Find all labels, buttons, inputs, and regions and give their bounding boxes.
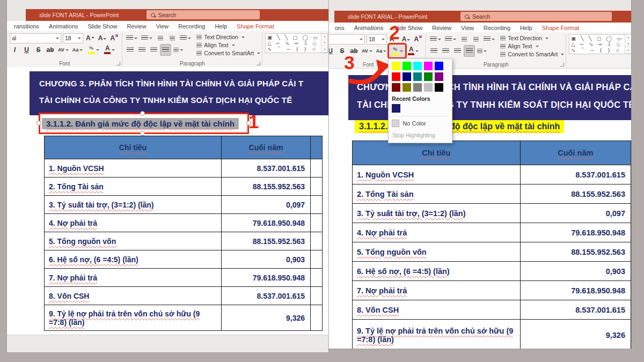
highlight-color-swatch[interactable] [402, 72, 411, 81]
highlight-color-swatch[interactable] [392, 83, 400, 92]
decrease-indent-button[interactable] [155, 33, 165, 43]
align-center-button[interactable] [441, 46, 451, 56]
justify-button[interactable] [464, 46, 474, 56]
font-color-button[interactable]: A [103, 45, 116, 55]
title-bar[interactable]: slide FONT ARIAL - PowerPoint Search [334, 11, 631, 23]
subtitle-selected-text[interactable]: 3.1.1.2. Đánh giá mức độ độc lập về mặt … [42, 118, 239, 129]
align-center-button[interactable] [137, 45, 147, 55]
recent-color-swatch[interactable] [392, 104, 400, 113]
highlight-color-swatch[interactable] [402, 83, 411, 92]
ribbon-tab[interactable]: Animations [349, 25, 388, 31]
highlight-color-swatch[interactable] [402, 62, 411, 70]
ribbon-tab[interactable]: Slide Show [83, 23, 122, 29]
grow-font-button[interactable]: A [85, 33, 96, 43]
highlight-color-swatch[interactable] [392, 72, 400, 81]
clear-formatting-button[interactable]: A [109, 33, 119, 43]
slide-editing-area[interactable]: CHƯƠNG 3. PHÂN TÍCH TÌNH HÌNH TÀI CHÍNH … [7, 67, 328, 335]
italic-button[interactable]: I [10, 45, 20, 55]
bullets-button[interactable] [125, 33, 138, 43]
dialog-launcher-icon[interactable] [257, 62, 260, 65]
search-box[interactable]: Search [460, 12, 612, 21]
highlight-color-swatch[interactable] [413, 72, 422, 81]
dialog-launcher-icon[interactable] [560, 63, 564, 67]
ribbon-tab[interactable]: ransitions [9, 23, 44, 29]
line-spacing-button[interactable] [179, 33, 192, 43]
text-highlight-color-button[interactable]: ✎ [85, 43, 101, 56]
text-shadow-button[interactable]: ab [45, 45, 55, 55]
underline-button[interactable]: U [328, 46, 335, 56]
selection-handle[interactable] [140, 111, 145, 116]
underline-button[interactable]: U [21, 45, 32, 55]
clear-formatting-button[interactable]: A [413, 34, 423, 45]
highlight-color-swatch[interactable] [424, 72, 433, 81]
convert-to-smartart-button[interactable]: Convert to SmartArt [196, 49, 260, 56]
highlight-color-swatch[interactable] [424, 62, 433, 70]
ribbon-tab[interactable]: Help [515, 25, 537, 31]
shape-gallery[interactable]: ▣ ╲ ╲ ▢ ◯ ▭△ ⌐ ∿ ⇨ ⇩ ◇∿ ⌒ ∼ { } ☆ [266, 34, 321, 53]
decrease-indent-button[interactable] [459, 34, 469, 45]
ribbon-tab[interactable]: Help [210, 23, 232, 29]
search-box[interactable]: Search [147, 10, 260, 19]
shape-row[interactable]: ▣ ╲ ╲ ▢ ◯ ▭ [571, 35, 623, 41]
shape-row[interactable]: △ ⌐ ∿ ⇨ ⇩ ◇ [267, 40, 319, 46]
title-bar[interactable]: slide FONT ARIAL - PowerPoint Search [26, 9, 328, 21]
highlight-color-swatch[interactable] [435, 83, 443, 92]
highlight-color-swatch[interactable] [392, 62, 400, 70]
ribbon-tab[interactable]: ons [330, 25, 349, 31]
slide-editing-area[interactable]: CHƯƠNG 3. PHÂN TÍCH TÌNH HÌNH TÀI CHÍNH … [329, 69, 631, 349]
align-text-button[interactable]: Align Text [196, 41, 260, 48]
justify-button[interactable] [160, 45, 171, 55]
font-color-button[interactable]: A [407, 46, 420, 56]
subtitle-highlighted-text[interactable]: 3.1.1.2. Đánh giá mức độ độc lập về mặt … [355, 120, 564, 133]
font-size-combo[interactable]: 18 [63, 33, 83, 43]
highlight-color-swatch[interactable] [424, 83, 433, 92]
character-spacing-button[interactable]: AV [361, 46, 374, 56]
ribbon-tab[interactable]: Review [427, 25, 456, 31]
ribbon-tab[interactable]: Shape Format [537, 25, 584, 31]
selected-subtitle-box[interactable]: 3.1.1.2. Đánh giá mức độ độc lập về mặt … [39, 113, 249, 134]
align-left-button[interactable] [429, 46, 439, 56]
text-highlight-color-button[interactable]: ✎ 2 3 R [389, 45, 405, 57]
selection-handle[interactable] [36, 121, 41, 125]
highlight-color-swatch[interactable] [435, 72, 443, 81]
align-text-button[interactable]: Align Text [500, 42, 564, 49]
shape-gallery-scrollbar[interactable] [625, 35, 631, 54]
shape-row[interactable]: ∿ ⌒ ∼ { } ☆ [571, 47, 623, 53]
strikethrough-button[interactable]: S [33, 45, 43, 55]
slide-title-block[interactable]: CHƯƠNG 3. PHÂN TÍCH TÌNH HÌNH TÀI CHÍNH … [30, 71, 328, 115]
character-spacing-button[interactable]: AV [57, 45, 70, 55]
highlight-color-swatch[interactable] [435, 62, 443, 70]
font-name-combo[interactable]: al [10, 33, 61, 43]
font-name-combo[interactable]: al [328, 34, 365, 45]
text-direction-button[interactable]: Text Direction [500, 34, 564, 41]
shape-row[interactable]: △ ⌐ ∿ ⇨ ⇩ ◇ [571, 41, 623, 47]
ribbon-tab[interactable]: Recording [173, 23, 210, 29]
bullets-button[interactable] [429, 34, 442, 45]
increase-indent-button[interactable] [167, 33, 177, 43]
shrink-font-button[interactable]: A [401, 34, 412, 45]
line-spacing-button[interactable] [482, 34, 496, 45]
columns-button[interactable] [172, 45, 184, 55]
stop-highlighting-option[interactable]: Stop Highlighting [392, 131, 449, 139]
ribbon-tab[interactable]: View [151, 23, 174, 29]
columns-button[interactable] [476, 46, 488, 56]
change-case-button[interactable]: Aa [71, 45, 84, 55]
ribbon-tab[interactable]: View [456, 25, 479, 31]
highlight-color-swatch[interactable] [413, 62, 422, 70]
shape-row[interactable]: ▣ ╲ ╲ ▢ ◯ ▭ [267, 34, 319, 40]
ribbon-tab[interactable]: Shape Format [232, 23, 279, 29]
shape-gallery-scrollbar[interactable] [321, 34, 327, 53]
shrink-font-button[interactable]: A [97, 33, 108, 43]
dialog-launcher-icon[interactable] [116, 62, 120, 65]
no-color-option[interactable]: No Color [392, 119, 449, 128]
align-right-button[interactable] [452, 46, 463, 56]
shape-row[interactable]: ∿ ⌒ ∼ { } ☆ [267, 46, 319, 52]
align-right-button[interactable] [149, 45, 159, 55]
ribbon-tab[interactable]: Recording [479, 25, 515, 31]
numbering-button[interactable] [140, 33, 153, 43]
align-left-button[interactable] [125, 45, 135, 55]
selection-handle[interactable] [140, 131, 145, 136]
text-direction-button[interactable]: Text Direction [196, 33, 260, 40]
ribbon-tab[interactable]: Review [122, 23, 151, 29]
highlight-color-swatch[interactable] [413, 83, 422, 92]
